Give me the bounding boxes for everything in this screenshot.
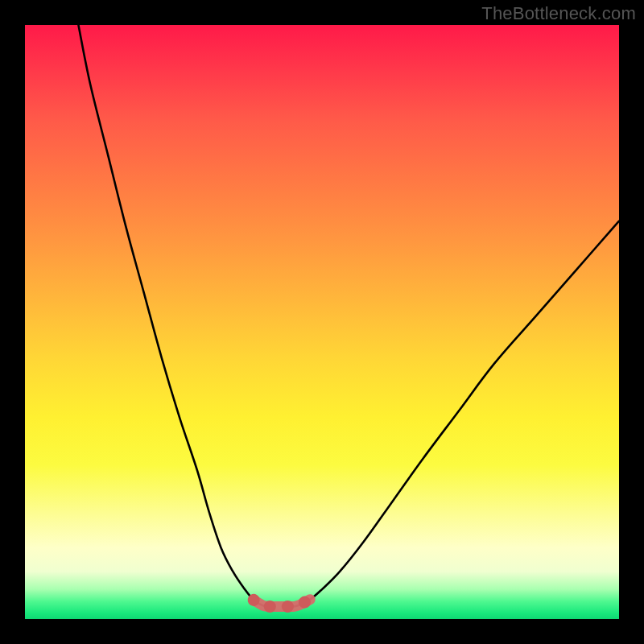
watermark-text: TheBottleneck.com <box>481 3 636 24</box>
left-curve-path <box>78 25 275 607</box>
chart-svg <box>25 25 619 619</box>
right-curve-path <box>287 221 619 607</box>
plot-area <box>25 25 619 619</box>
chart-frame: TheBottleneck.com <box>0 0 644 644</box>
